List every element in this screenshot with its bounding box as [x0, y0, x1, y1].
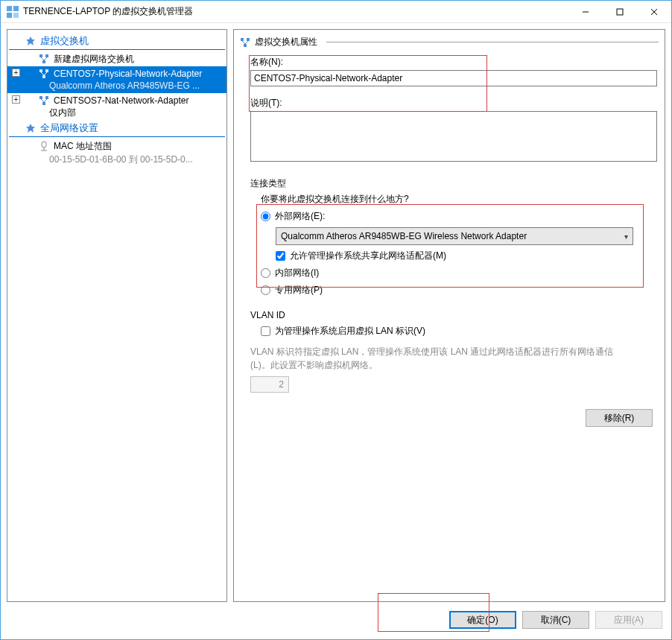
vlan-desc: VLAN 标识符指定虚拟 LAN，管理操作系统使用该 LAN 通过此网络适配器进…: [250, 345, 630, 372]
share-label: 允许管理操作系统共享此网络适配器(M): [290, 250, 446, 262]
svg-rect-2: [7, 13, 12, 18]
titlebar: TERNENCE-LAPTOP 的虚拟交换机管理器: [1, 1, 671, 23]
svg-line-12: [41, 57, 44, 60]
expander-icon[interactable]: +: [12, 95, 20, 104]
share-checkbox[interactable]: 允许管理操作系统共享此网络适配器(M): [276, 250, 659, 262]
svg-marker-8: [26, 37, 35, 45]
vlan-enable-label: 为管理操作系统启用虚拟 LAN 标识(V): [275, 325, 425, 338]
ok-button[interactable]: 确定(O): [449, 611, 516, 629]
global-header: 全局网络设置: [9, 120, 225, 137]
svg-rect-25: [42, 142, 46, 148]
properties-header-label: 虚拟交换机属性: [255, 36, 317, 48]
switch-name-label: CENTSOS7-Nat-Network-Adapter: [54, 95, 188, 107]
svg-rect-19: [39, 96, 42, 99]
chevron-down-icon: ▾: [624, 232, 628, 241]
nic-icon: [39, 141, 49, 151]
svg-rect-10: [45, 54, 48, 57]
mac-range-item[interactable]: MAC 地址范围: [7, 139, 226, 153]
switch-sub-label: Qualcomm Atheros AR9485WB-EG ...: [24, 80, 222, 92]
close-button[interactable]: [637, 1, 671, 23]
svg-rect-5: [617, 9, 623, 15]
svg-rect-30: [244, 44, 247, 47]
global-header-label: 全局网络设置: [40, 121, 98, 135]
remove-button[interactable]: 移除(R): [586, 409, 653, 427]
network-icon: [39, 95, 49, 106]
mac-range-value: 00-15-5D-01-6B-00 到 00-15-5D-0...: [7, 153, 226, 166]
properties-panel: 虚拟交换机属性 名称(N): 说明(T): 连接类型 你要将此虚拟交换机连接到什…: [233, 29, 665, 602]
svg-line-22: [41, 99, 44, 102]
vlan-header: VLAN ID: [250, 310, 659, 320]
svg-rect-20: [45, 96, 48, 99]
maximize-button[interactable]: [603, 1, 637, 23]
svg-rect-11: [42, 60, 45, 63]
vswitch-header-label: 虚拟交换机: [40, 34, 89, 48]
svg-marker-24: [26, 124, 35, 133]
svg-rect-21: [42, 102, 45, 105]
svg-rect-14: [39, 69, 42, 72]
network-icon: [39, 69, 49, 79]
external-radio[interactable]: 外部网络(E):: [261, 210, 659, 223]
star-icon: [25, 123, 36, 133]
star-icon: [25, 36, 36, 46]
dialog-footer: 确定(O) 取消(C) 应用(A): [1, 608, 671, 639]
svg-rect-1: [13, 6, 19, 11]
vlan-enable-checkbox[interactable]: 为管理操作系统启用虚拟 LAN 标识(V): [261, 325, 659, 338]
private-radio-label: 专用网络(P): [275, 284, 323, 297]
internal-radio[interactable]: 内部网络(I): [261, 267, 659, 279]
minimize-button[interactable]: [568, 1, 603, 23]
desc-label: 说明(T):: [250, 97, 659, 110]
network-icon: [240, 37, 250, 48]
cancel-button[interactable]: 取消(C): [522, 611, 589, 629]
svg-rect-28: [241, 38, 244, 41]
svg-rect-15: [45, 69, 48, 72]
svg-line-32: [245, 41, 248, 44]
switch-sub-label: 仅内部: [24, 107, 222, 118]
switch-item-physical[interactable]: + CENTOS7-Physical-Network-Adapter Qualc…: [7, 66, 226, 93]
svg-rect-16: [42, 75, 45, 78]
name-input[interactable]: [250, 70, 657, 86]
svg-line-17: [41, 72, 44, 75]
svg-rect-29: [247, 38, 250, 41]
switch-item-nat[interactable]: + CENTSOS7-Nat-Network-Adapter 仅内部: [7, 93, 226, 120]
tree-panel: 虚拟交换机 新建虚拟网络交换机 + CENTOS7-Physical-Netwo…: [7, 29, 227, 602]
svg-line-18: [44, 72, 47, 75]
window-frame: TERNENCE-LAPTOP 的虚拟交换机管理器 虚拟交换机 新建虚拟网络交换…: [0, 0, 672, 640]
vswitch-header: 虚拟交换机: [9, 33, 225, 50]
svg-line-13: [44, 57, 47, 60]
svg-line-31: [242, 41, 245, 44]
switch-name-label: CENTOS7-Physical-Network-Adapter: [54, 68, 202, 80]
internal-radio-label: 内部网络(I): [275, 267, 319, 279]
svg-rect-9: [39, 54, 42, 57]
vlan-id-input: 2: [250, 376, 289, 393]
mac-label: MAC 地址范围: [54, 140, 112, 152]
adapter-value: Qualcomm Atheros AR9485WB-EG Wireless Ne…: [281, 231, 527, 241]
expander-icon[interactable]: +: [12, 69, 20, 77]
external-radio-label: 外部网络(E):: [275, 210, 325, 223]
window-title: TERNENCE-LAPTOP 的虚拟交换机管理器: [23, 5, 568, 18]
apply-button: 应用(A): [595, 611, 662, 629]
desc-input[interactable]: [250, 111, 657, 162]
private-radio[interactable]: 专用网络(P): [261, 284, 659, 297]
new-switch-label: 新建虚拟网络交换机: [54, 53, 134, 65]
network-icon: [39, 54, 49, 64]
window-controls: [568, 1, 671, 23]
conn-type-label: 连接类型: [250, 177, 659, 190]
conn-question: 你要将此虚拟交换机连接到什么地方?: [261, 193, 659, 206]
properties-header: 虚拟交换机属性: [240, 36, 659, 48]
name-label: 名称(N):: [250, 56, 659, 69]
content-area: 虚拟交换机 新建虚拟网络交换机 + CENTOS7-Physical-Netwo…: [1, 23, 671, 608]
new-switch-item[interactable]: 新建虚拟网络交换机: [7, 51, 226, 66]
svg-rect-0: [7, 6, 12, 11]
adapter-select[interactable]: Qualcomm Atheros AR9485WB-EG Wireless Ne…: [276, 227, 633, 245]
svg-rect-3: [13, 13, 19, 18]
svg-line-23: [44, 99, 47, 102]
hyperv-icon: [7, 6, 19, 18]
rule: [326, 42, 659, 42]
